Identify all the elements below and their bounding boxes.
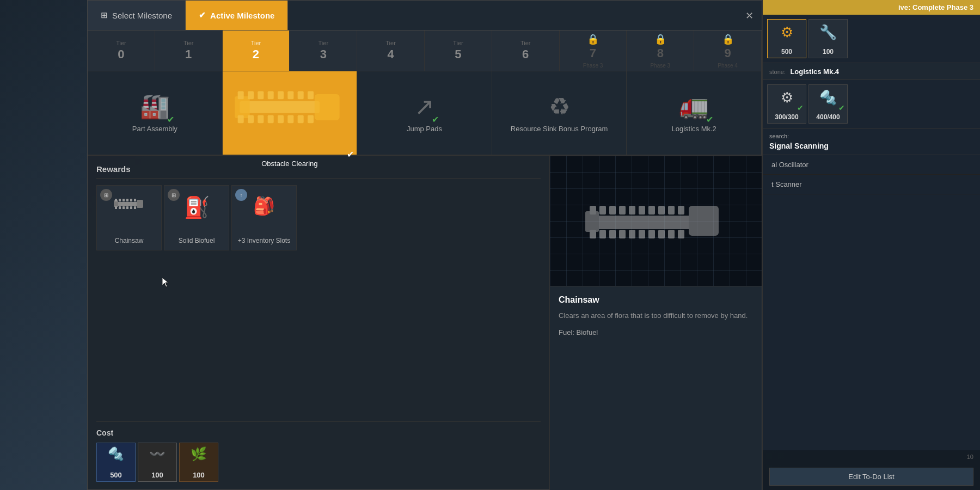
milestone-part-assembly[interactable]: 🏭 ✔ Part Assembly [88, 71, 223, 155]
milestone-obstacle-clearing[interactable]: ✔ Obstacle Clearing [223, 71, 358, 155]
logistics-check: ✔ [706, 114, 713, 125]
svg-rect-15 [278, 115, 284, 124]
tier-item-6[interactable]: Tier 6 [492, 30, 560, 71]
detail-name: Chainsaw [559, 295, 753, 305]
part-assembly-check: ✔ [167, 114, 174, 125]
select-milestone-label: Select Milestone [112, 11, 172, 20]
cost-title: Cost [96, 428, 541, 437]
sidebar-item-gray[interactable]: 🔧 100 [808, 19, 848, 58]
sidebar-checked-item-1[interactable]: ⚙ ✔ 300/300 [767, 84, 806, 124]
logistics-icon: 🚛 [679, 92, 709, 120]
sidebar-list-item-2[interactable]: t Scanner [763, 175, 980, 194]
svg-rect-6 [268, 91, 274, 100]
cable-icon: 〰️ [149, 446, 166, 462]
edit-todo-button[interactable]: Edit To-Do List [769, 468, 973, 486]
sidebar-item-orange[interactable]: ⚙ 500 [767, 19, 806, 58]
jump-pads-label: Jump Pads [407, 125, 442, 134]
biomass-amount: 100 [193, 471, 205, 479]
biofuel-icon: ⛽ [184, 195, 210, 219]
tier-item-4[interactable]: Tier 4 [357, 30, 425, 71]
grid-icon: ⊞ [101, 10, 108, 20]
detail-info: Chainsaw Clears an area of flora that is… [550, 286, 762, 490]
sidebar-search-value: Signal Scanning [769, 142, 973, 150]
cost-biomass[interactable]: 🌿 100 [179, 443, 218, 482]
sidebar-checked-icon-2: 🔩 [819, 89, 837, 106]
svg-rect-22 [115, 199, 117, 201]
svg-rect-17 [298, 115, 304, 124]
lock-icon-9: 🔒 [722, 33, 734, 45]
svg-rect-47 [590, 230, 596, 238]
close-button[interactable]: ✕ [737, 1, 762, 30]
milestone-logistics[interactable]: 🚛 ✔ Logistics Mk.2 [627, 71, 762, 155]
sidebar-item1-count: 500 [781, 48, 792, 56]
svg-rect-54 [658, 230, 665, 238]
milestone-jump-pads[interactable]: ↗ ✔ Jump Pads [357, 71, 492, 155]
detail-description: Clears an area of flora that is too diff… [559, 310, 753, 322]
svg-rect-52 [639, 230, 645, 238]
svg-rect-25 [126, 199, 128, 201]
sidebar-search-section: search: Signal Scanning [763, 128, 980, 155]
right-sidebar: ive: Complete Phase 3 ⚙ 500 🔧 100 stone:… [762, 0, 980, 490]
svg-rect-11 [238, 115, 244, 124]
active-milestone-label: Active Milestone [210, 11, 274, 20]
inventory-label: +3 Inventory Slots [238, 237, 290, 246]
sidebar-list-item-1[interactable]: al Oscillator [763, 155, 980, 175]
svg-rect-48 [599, 230, 606, 238]
svg-rect-42 [639, 206, 645, 215]
chainsaw-label: Chainsaw [115, 237, 144, 246]
svg-rect-45 [668, 206, 675, 215]
jump-pads-check: ✔ [432, 114, 439, 125]
tier-item-5[interactable]: Tier 5 [425, 30, 492, 71]
tier-item-7[interactable]: 🔒 7 Phase 3 [560, 30, 627, 71]
biomass-icon: 🌿 [191, 446, 207, 462]
sidebar-gear-icon: ⚙ [781, 24, 793, 41]
reward-biofuel[interactable]: ⊞ ⛽ Solid Biofuel [164, 185, 229, 250]
sidebar-checked-item-2[interactable]: 🔩 ✔ 400/400 [808, 84, 848, 124]
tier-item-1[interactable]: Tier 1 [155, 30, 223, 71]
svg-rect-41 [629, 206, 635, 215]
tier-item-8[interactable]: 🔒 8 Phase 3 [627, 30, 694, 71]
reward-inventory-slots[interactable]: ↑ 🎒 +3 Inventory Slots [231, 185, 297, 250]
chainsaw-reward-icon [113, 192, 145, 217]
biofuel-badge: ⊞ [168, 189, 180, 201]
svg-rect-34 [591, 216, 700, 229]
tab-select-milestone[interactable]: ⊞ Select Milestone [88, 1, 186, 30]
svg-rect-1 [315, 94, 340, 120]
milestone-resource-sink[interactable]: ♻ Resource Sink Bonus Program [492, 71, 627, 155]
svg-rect-7 [278, 91, 284, 100]
lock-icon-7: 🔒 [587, 33, 599, 45]
sidebar-milestone-row: stone: Logistics Mk.4 [763, 63, 980, 80]
sidebar-checked-count-1: 300/300 [775, 113, 798, 121]
sidebar-checked-icon-1: ⚙ [781, 89, 793, 106]
svg-rect-0 [240, 101, 320, 113]
detail-fuel: Fuel: Biofuel [559, 328, 753, 336]
tab-active-milestone[interactable]: ✔ Active Milestone [186, 1, 288, 30]
tier-row: Tier 0 Tier 1 Tier 2 Tier 3 Tier 4 Tier … [88, 30, 762, 71]
tier-item-0[interactable]: Tier 0 [88, 30, 155, 71]
svg-rect-50 [619, 230, 626, 238]
screws-icon: 🔩 [108, 446, 124, 462]
sidebar-list: al Oscillator t Scanner [763, 155, 980, 450]
screws-amount: 500 [110, 471, 122, 479]
inventory-badge: ↑ [235, 189, 247, 201]
header-tabs: ⊞ Select Milestone ✔ Active Milestone ✕ [88, 1, 762, 30]
cost-cable[interactable]: 〰️ 100 [138, 443, 177, 482]
sidebar-banner-text: ive: Complete Phase 3 [898, 3, 973, 11]
svg-rect-28 [115, 206, 117, 209]
sidebar-milestone-label: stone: [769, 69, 786, 75]
cost-items: 🔩 500 〰️ 100 🌿 100 [96, 443, 541, 482]
svg-rect-26 [130, 199, 132, 201]
checkmark-tab-icon: ✔ [199, 10, 206, 20]
check-overlay-1: ✔ [797, 103, 804, 112]
cost-section: Cost 🔩 500 〰️ 100 🌿 100 [96, 421, 541, 482]
cost-screws[interactable]: 🔩 500 [96, 443, 136, 482]
sidebar-items-row-2: ⚙ ✔ 300/300 🔩 ✔ 400/400 [763, 80, 980, 128]
reward-chainsaw[interactable]: ⊞ [96, 185, 162, 250]
svg-rect-9 [298, 91, 304, 100]
rewards-panel: Rewards ⊞ [88, 156, 549, 490]
svg-rect-2 [235, 96, 250, 118]
svg-rect-55 [668, 230, 675, 238]
tier-item-9[interactable]: 🔒 9 Phase 4 [694, 30, 762, 71]
main-panel: ⊞ Select Milestone ✔ Active Milestone ✕ … [87, 0, 762, 490]
sidebar-checked-count-2: 400/400 [816, 113, 840, 121]
